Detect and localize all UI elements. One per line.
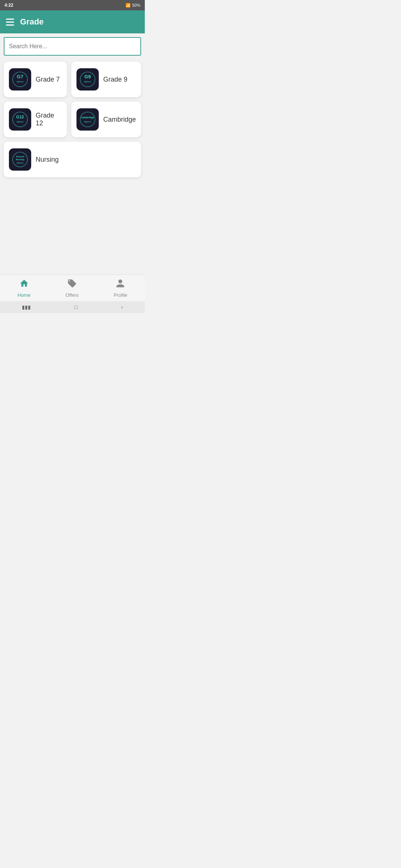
bottom-nav: Home Offers Profile [0,274,145,301]
svg-text:G7: G7 [17,74,23,79]
grade-card-g9[interactable]: G9 digilearn Grade 9 [71,62,141,97]
nav-home[interactable]: Home [17,279,30,298]
grade-card-nursing[interactable]: General Nursing digilearn Nursing [4,142,141,177]
status-bar: 4:22 📶 50% [0,0,145,10]
back-button[interactable]: ‹ [121,304,123,310]
grade-label-nursing: Nursing [36,156,59,164]
recents-button[interactable]: ▮▮▮ [22,304,31,310]
menu-button[interactable] [6,19,14,26]
search-container [4,37,141,56]
grade-card-g12[interactable]: G12 digilearn Grade 12 [4,102,67,137]
svg-text:cambridge: cambridge [81,116,94,119]
svg-text:digilearn: digilearn [17,121,24,123]
grade-icon-cambridge: cambridge digilearn [76,108,99,131]
nav-profile-label: Profile [114,292,127,298]
nav-home-label: Home [17,292,30,298]
grade-icon-g12: G12 digilearn [9,108,31,131]
nav-offers-label: Offers [65,292,78,298]
page-title: Grade [20,17,44,27]
svg-text:G12: G12 [16,115,24,119]
system-nav: ▮▮▮ □ ‹ [0,301,145,313]
grade-card-g7[interactable]: G7 digilearn Grade 7 [4,62,67,97]
app-header: Grade [0,10,145,33]
grade-icon-g9: G9 digilearn [76,68,99,91]
profile-icon [115,279,125,291]
grade-label-g12: Grade 12 [36,112,62,127]
status-time: 4:22 [4,3,13,8]
grade-label-g7: Grade 7 [36,76,60,83]
svg-text:digilearn: digilearn [84,80,91,83]
grade-card-cambridge[interactable]: cambridge digilearn Cambridge [71,102,141,137]
svg-text:G9: G9 [84,74,91,79]
offers-icon [67,279,77,291]
grade-icon-nursing: General Nursing digilearn [9,148,31,171]
svg-text:digilearn: digilearn [84,121,91,123]
search-input[interactable] [9,43,136,50]
home-button[interactable]: □ [74,304,77,310]
wifi-icon: 📶 [125,3,131,8]
nav-offers[interactable]: Offers [65,279,78,298]
svg-text:General: General [16,155,25,158]
grades-grid: G7 digilearn Grade 7 G9 digilearn Grade … [0,59,145,180]
grade-icon-g7: G7 digilearn [9,68,31,91]
grade-label-cambridge: Cambridge [103,116,136,124]
status-icons: 📶 50% [125,3,140,8]
home-icon [19,279,29,291]
svg-text:digilearn: digilearn [17,162,24,164]
nav-profile[interactable]: Profile [114,279,127,298]
grade-label-g9: Grade 9 [103,76,127,83]
svg-text:Nursing: Nursing [16,158,25,161]
svg-text:digilearn: digilearn [17,80,24,83]
battery-text: 50% [132,3,140,7]
